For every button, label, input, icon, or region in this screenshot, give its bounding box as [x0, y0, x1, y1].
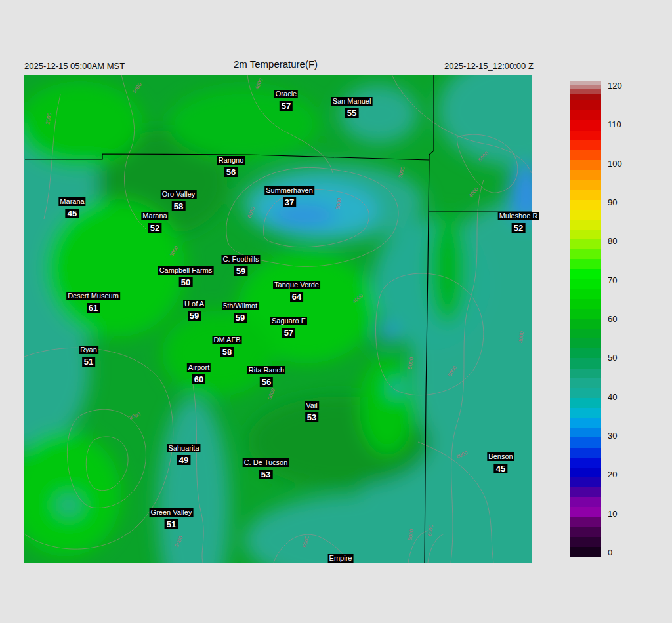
page-title: 2m Temperature(F) [234, 58, 318, 70]
colorbar-tick-120: 120 [608, 81, 637, 90]
colorbar-tick-60: 60 [608, 314, 637, 324]
weather-map-page: 2025-12-15 05:00AM MST 2m Temperature(F)… [0, 0, 672, 623]
temperature-field: 2000300040006000500030005000400030004000… [24, 75, 532, 563]
colorbar-tick-30: 30 [608, 431, 637, 441]
contour-label: 4000 [518, 331, 525, 343]
colorbar-tick-110: 110 [608, 119, 637, 129]
colorbar-tick-80: 80 [608, 236, 637, 246]
colorbar-tick-50: 50 [608, 353, 637, 363]
colorbar-tick-70: 70 [608, 275, 637, 285]
temperature-colorbar [570, 81, 601, 557]
colorbar-tick-40: 40 [608, 392, 637, 402]
local-timestamp: 2025-12-15 05:00AM MST [24, 61, 125, 71]
utc-timestamp: 2025-12-15_12:00:00 Z [444, 61, 534, 71]
temperature-map: 2000300040006000500030005000400030004000… [24, 75, 532, 563]
colorbar-tick-100: 100 [608, 159, 637, 169]
colorbar-tick-10: 10 [608, 509, 637, 519]
colorbar-tick-0: 0 [608, 548, 637, 557]
colorbar-tick-90: 90 [608, 197, 637, 207]
colorbar-tick-20: 20 [608, 470, 637, 479]
